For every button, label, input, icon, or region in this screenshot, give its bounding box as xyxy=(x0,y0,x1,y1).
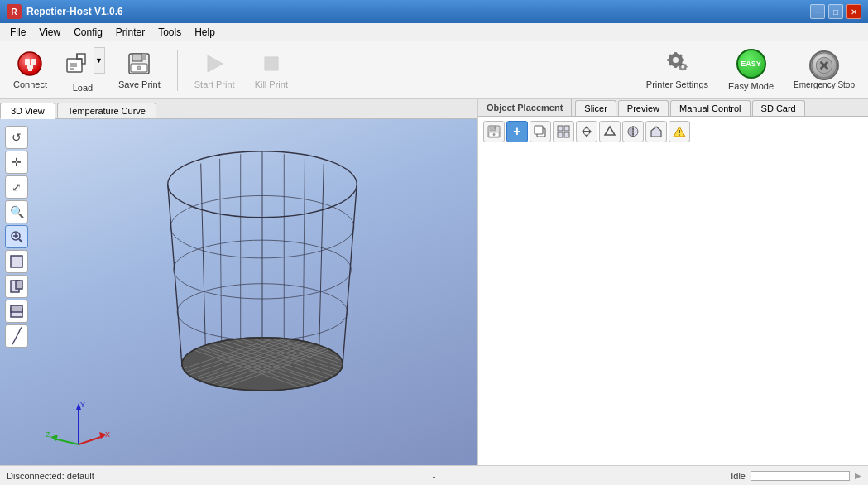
svg-marker-92 xyxy=(651,127,661,137)
titlebar: R Repetier-Host V1.0.6 ─ □ ✕ xyxy=(0,0,868,23)
svg-point-95 xyxy=(679,134,680,136)
svg-rect-88 xyxy=(564,132,569,137)
obj-duplicate-button[interactable] xyxy=(530,121,551,142)
svg-point-12 xyxy=(137,66,141,70)
maximize-button[interactable]: □ xyxy=(828,4,843,19)
obj-grid-button[interactable] xyxy=(553,121,574,142)
menu-tools[interactable]: Tools xyxy=(151,25,188,40)
svg-line-35 xyxy=(201,164,206,352)
zoom-region-button[interactable] xyxy=(5,225,28,248)
svg-text:Z: Z xyxy=(46,430,50,439)
view-side-button[interactable] xyxy=(5,275,28,298)
printer-settings-icon xyxy=(664,50,690,77)
load-icon xyxy=(64,50,90,77)
left-tab-bar: 3D View Temperature Curve xyxy=(0,99,477,119)
object-content xyxy=(478,146,868,465)
progress-more[interactable]: ▶ xyxy=(855,471,861,480)
tab-temperature-curve[interactable]: Temperature Curve xyxy=(57,103,156,118)
axis-indicator: Y X Z xyxy=(46,399,103,449)
tab-preview[interactable]: Preview xyxy=(618,100,669,116)
load-dropdown[interactable]: ▼ xyxy=(94,47,105,74)
object-toolbar: + xyxy=(478,117,868,146)
kill-print-label: Kill Print xyxy=(255,79,288,89)
svg-line-72 xyxy=(79,436,103,444)
svg-rect-80 xyxy=(494,126,496,129)
connect-button[interactable]: Connect xyxy=(7,47,54,93)
svg-line-38 xyxy=(303,159,305,356)
obj-save-button[interactable] xyxy=(483,121,505,142)
titlebar-left: R Repetier-Host V1.0.6 xyxy=(7,4,123,19)
menu-printer[interactable]: Printer xyxy=(109,25,151,40)
svg-rect-1 xyxy=(25,59,30,65)
printer-settings-button[interactable]: Printer Settings xyxy=(640,47,715,93)
easy-mode-button[interactable]: EASY Easy Mode xyxy=(722,46,780,94)
easy-mode-label: Easy Mode xyxy=(728,81,774,91)
close-button[interactable]: ✕ xyxy=(846,4,861,19)
printer-settings-label: Printer Settings xyxy=(646,79,708,89)
svg-rect-84 xyxy=(535,126,543,134)
reset-view-button[interactable]: ↺ xyxy=(5,126,28,149)
pan-button[interactable]: ✛ xyxy=(5,151,28,174)
svg-rect-4 xyxy=(67,59,82,72)
easy-mode-icon: EASY xyxy=(736,49,766,79)
zoom-in-button[interactable]: 🔍 xyxy=(5,200,28,223)
svg-rect-10 xyxy=(142,54,146,60)
main-content: 3D View Temperature Curve ↺ ✛ ⤢ 🔍 xyxy=(0,99,868,465)
menu-view[interactable]: View xyxy=(32,25,67,40)
svg-line-22 xyxy=(19,239,22,242)
connect-label: Connect xyxy=(13,79,47,89)
status-center: - xyxy=(291,471,576,481)
view-diagonal-button[interactable]: ╱ xyxy=(5,324,28,348)
right-panel: Object Placement Slicer Preview Manual C… xyxy=(478,99,868,465)
tab-manual-control[interactable]: Manual Control xyxy=(670,100,751,116)
statusbar: Disconnected: default - Idle ▶ xyxy=(0,465,868,485)
start-print-button[interactable]: Start Print xyxy=(188,47,242,93)
obj-rotate-button[interactable] xyxy=(599,121,621,142)
move-button[interactable]: ⤢ xyxy=(5,175,28,199)
tab-3d-view[interactable]: 3D View xyxy=(0,103,55,119)
minimize-button[interactable]: ─ xyxy=(810,4,825,19)
svg-marker-13 xyxy=(208,55,223,72)
svg-rect-9 xyxy=(132,54,142,61)
3d-viewport[interactable]: ↺ ✛ ⤢ 🔍 xyxy=(0,119,477,465)
view-top-button[interactable] xyxy=(5,300,28,323)
left-panel: 3D View Temperature Curve ↺ ✛ ⤢ 🔍 xyxy=(0,99,478,465)
toolbar: Connect ▼ Load xyxy=(0,41,868,99)
object-placement-label: Object Placement xyxy=(478,99,572,116)
svg-rect-25 xyxy=(11,256,22,267)
save-print-icon xyxy=(126,50,152,77)
svg-line-37 xyxy=(220,159,222,356)
emergency-stop-button[interactable]: Emergency Stop xyxy=(787,47,861,94)
start-print-icon xyxy=(201,50,228,77)
svg-rect-14 xyxy=(265,57,278,70)
progress-bar xyxy=(751,471,850,481)
right-tabs: Slicer Preview Manual Control SD Card xyxy=(572,99,868,116)
obj-add-button[interactable]: + xyxy=(506,121,528,142)
menu-file[interactable]: File xyxy=(3,25,32,40)
obj-move-button[interactable] xyxy=(576,121,597,142)
svg-line-36 xyxy=(319,164,324,352)
menubar: File View Config Printer Tools Help xyxy=(0,23,868,41)
menu-help[interactable]: Help xyxy=(188,25,222,40)
connect-icon xyxy=(17,50,43,77)
status-disconnected: Disconnected: default xyxy=(7,471,291,481)
obj-mirror-button[interactable] xyxy=(622,121,644,142)
obj-scale-button[interactable] xyxy=(645,121,667,142)
titlebar-controls: ─ □ ✕ xyxy=(810,4,861,19)
cup-3d-object xyxy=(130,146,395,411)
svg-text:Y: Y xyxy=(80,401,85,409)
load-button[interactable] xyxy=(60,47,94,80)
emergency-stop-label: Emergency Stop xyxy=(794,80,855,90)
kill-print-icon xyxy=(258,50,285,77)
svg-rect-29 xyxy=(11,305,22,312)
view-front-button[interactable] xyxy=(5,250,28,273)
kill-print-button[interactable]: Kill Print xyxy=(248,47,295,93)
tab-slicer[interactable]: Slicer xyxy=(575,100,616,116)
obj-warn-button[interactable] xyxy=(669,121,690,142)
svg-line-31 xyxy=(168,185,182,364)
save-print-button[interactable]: Save Print xyxy=(112,47,167,93)
emergency-stop-icon xyxy=(809,50,839,80)
menu-config[interactable]: Config xyxy=(67,25,109,40)
svg-line-32 xyxy=(343,185,357,364)
tab-sd-card[interactable]: SD Card xyxy=(752,100,805,116)
